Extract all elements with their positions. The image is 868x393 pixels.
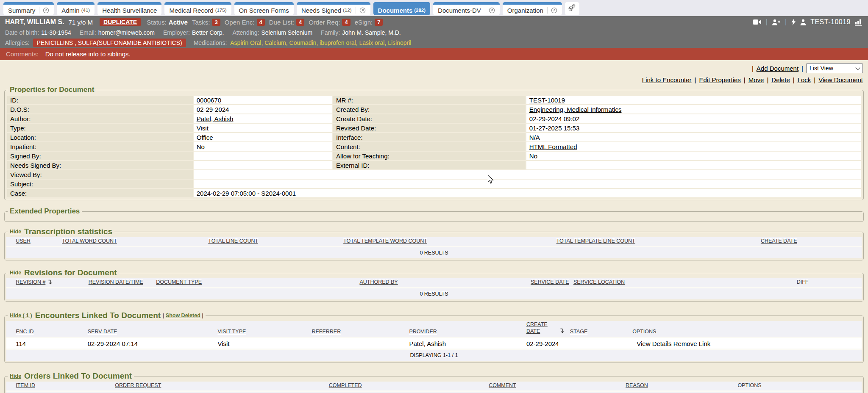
show-deleted-link[interactable]: Show Deleted [166, 313, 200, 318]
esign-count-badge[interactable]: 7 [375, 19, 383, 26]
link-to-encounter-link[interactable]: Link to Encounter [642, 76, 692, 83]
column-header-total-template-line-count[interactable]: TOTAL TEMPLATE LINE COUNT [556, 238, 635, 244]
employer-value: Better Corp. [192, 29, 224, 36]
column-header-user[interactable]: USER [16, 238, 31, 244]
email-value: horner@mieweb.com [98, 29, 155, 36]
medications-list[interactable]: Aspirin Oral, Calcium, Coumadin, ibuprof… [230, 39, 411, 46]
column-header-service-location[interactable]: SERVICE LOCATION [573, 279, 625, 285]
status-label: Status: [147, 19, 167, 26]
column-header-authored-by[interactable]: AUTHORED BY [359, 279, 398, 285]
mr-number-link[interactable]: TEST-10019 [529, 97, 565, 104]
dob-label: Date of birth: [5, 29, 39, 36]
lock-link[interactable]: Lock [798, 76, 811, 83]
column-header-create-date[interactable]: CREATE DATE [526, 321, 554, 335]
tab-summary[interactable]: Summary [3, 2, 54, 15]
column-header-service-date[interactable]: SERVICE DATE [531, 279, 569, 285]
move-link[interactable]: Move [748, 76, 764, 83]
signed-by-value [194, 152, 332, 160]
field-label: Content: [333, 142, 526, 151]
field-label: Signed By: [7, 152, 193, 160]
inpatient-value: No [194, 142, 332, 151]
tab-on-screen-forms[interactable]: On Screen Forms [234, 2, 294, 15]
column-header-comment[interactable]: COMMENT [489, 382, 516, 388]
open-enc-count-badge[interactable]: 4 [257, 19, 265, 26]
view-document-link[interactable]: View Document [818, 76, 863, 83]
tasks-count-badge[interactable]: 3 [212, 19, 220, 26]
orders-header-row: ITEM ID ORDER REQUEST COMPLETED COMMENT … [6, 382, 862, 392]
column-header-serv-date[interactable]: SERV DATE [88, 329, 117, 335]
edit-properties-link[interactable]: Edit Properties [699, 76, 740, 83]
order-req-count-badge[interactable]: 4 [342, 19, 350, 26]
bar-chart-icon[interactable] [855, 19, 863, 26]
column-header-completed[interactable]: COMPLETED [329, 382, 362, 388]
column-header-visit-type[interactable]: VISIT TYPE [217, 329, 246, 335]
popout-icon[interactable] [356, 7, 366, 14]
property-row: Signed By:Allow for Teaching:No [7, 152, 861, 160]
author-link[interactable]: Patel, Ashish [197, 115, 234, 122]
add-document-link[interactable]: Add Document [757, 65, 798, 72]
tab-organization[interactable]: Organization [503, 2, 562, 15]
column-header-provider[interactable]: PROVIDER [409, 329, 437, 335]
demographics-bar: Date of birth:11-30-1954 Email:horner@mi… [0, 28, 868, 37]
duplicate-badge[interactable]: DUPLICATE [100, 18, 141, 26]
property-row: Author:Patel, AshishCreate Date:02-29-20… [7, 114, 861, 123]
tab-documents[interactable]: Documents (282) [373, 2, 431, 15]
add-person-icon[interactable] [772, 19, 781, 25]
allergies-badge[interactable]: PENICILLINS , SULFA(SULFONAMIDE ANTIBIOT… [33, 39, 186, 47]
gears-icon [568, 4, 576, 14]
case-value: 2024-02-29 07:05:00 - S2024-0001 [194, 189, 861, 197]
document-id-link[interactable]: 0000670 [197, 97, 221, 104]
column-header-revision-datetime[interactable]: REVISION DATE/TIME [89, 279, 143, 285]
lightning-bolt-icon[interactable] [791, 19, 796, 25]
tab-health-surveillance[interactable]: Health Surveillance [97, 2, 161, 15]
column-header-order-request[interactable]: ORDER REQUEST [115, 382, 161, 388]
field-label: External ID: [333, 161, 526, 169]
tab-settings-button[interactable] [565, 2, 579, 15]
tab-admin[interactable]: Admin (41) [57, 2, 95, 15]
hide-revisions-link[interactable]: Hide [10, 270, 21, 276]
column-header-total-word-count[interactable]: TOTAL WORD COUNT [62, 238, 117, 244]
column-header-referrer[interactable]: REFERRER [312, 329, 341, 335]
extended-properties-legend: Extended Properties [8, 207, 82, 216]
column-header-total-template-word-count[interactable]: TOTAL TEMPLATE WORD COUNT [343, 238, 427, 244]
column-header-reason[interactable]: REASON [626, 382, 648, 388]
view-select[interactable]: List View [806, 63, 863, 73]
hide-encounters-link[interactable]: Hide ( 1 ) [10, 313, 32, 318]
created-by-link[interactable]: Engineering, Medical Informatics [529, 106, 622, 113]
tab-label: Documents [378, 7, 413, 14]
content-link[interactable]: HTML Formatted [529, 143, 577, 150]
property-row: Subject: [7, 180, 861, 188]
delete-link[interactable]: Delete [771, 76, 790, 83]
column-header-revision-number[interactable]: REVISION # [16, 279, 52, 285]
tab-medical-record[interactable]: Medical Record (175) [164, 2, 231, 15]
tab-label: Medical Record [169, 7, 213, 14]
view-details-link[interactable]: View Details [637, 340, 671, 347]
tab-needs-signed[interactable]: Needs Signed (12) [297, 2, 370, 15]
column-header-enc-id[interactable]: ENC ID [16, 329, 33, 335]
property-row: ID:0000670MR #:TEST-10019 [7, 96, 861, 104]
due-list-count-badge[interactable]: 4 [296, 19, 304, 26]
column-header-document-type[interactable]: DOCUMENT TYPE [156, 279, 202, 285]
popout-icon[interactable] [547, 7, 557, 14]
person-icon[interactable] [800, 19, 806, 25]
type-value: Visit [194, 124, 332, 132]
column-header-stage[interactable]: STAGE [570, 329, 587, 335]
esign-label: eSign: [355, 19, 373, 26]
video-camera-icon[interactable] [753, 19, 762, 25]
hide-transcription-link[interactable]: Hide [10, 229, 21, 235]
column-header-create-date[interactable]: CREATE DATE [761, 238, 797, 244]
tab-documents-dv[interactable]: Documents-DV [433, 2, 500, 15]
revisions-section: HideRevisions for Document REVISION # RE… [4, 268, 864, 302]
popout-icon[interactable] [485, 7, 495, 14]
field-label: Revised Date: [333, 124, 526, 132]
column-header-options: OPTIONS [632, 329, 656, 335]
column-header-total-line-count[interactable]: TOTAL LINE COUNT [208, 238, 258, 244]
popout-icon[interactable] [39, 7, 49, 14]
column-header-item-id[interactable]: ITEM ID [16, 382, 35, 388]
remove-link-link[interactable]: Remove Link [673, 340, 711, 347]
hide-orders-link[interactable]: Hide [10, 373, 21, 379]
enc-id-cell: 114 [16, 340, 26, 347]
attending-label: Attending: [232, 29, 259, 36]
properties-table: ID:0000670MR #:TEST-10019 D.O.S:02-29-20… [6, 95, 862, 198]
property-row: Location:OfficeInterface:N/A [7, 133, 861, 141]
